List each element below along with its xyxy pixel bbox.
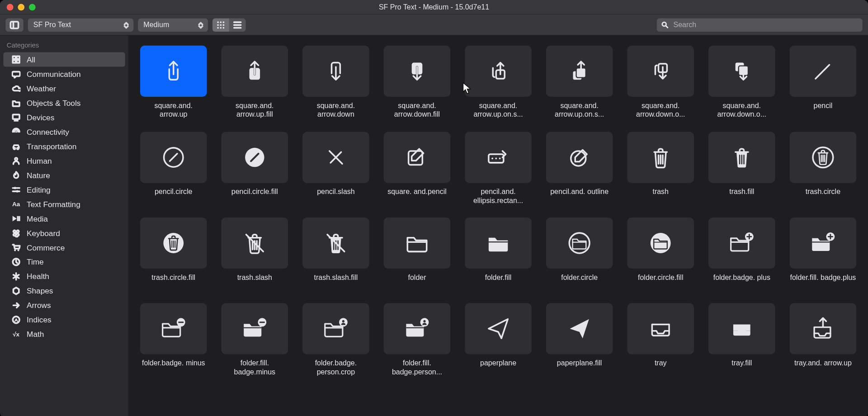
sidebar-item-commerce[interactable]: Commerce bbox=[3, 240, 125, 255]
sidebar-item-health[interactable]: Health bbox=[3, 269, 125, 284]
list-view-button[interactable] bbox=[229, 18, 246, 32]
symbol-tile[interactable]: tray bbox=[627, 303, 694, 377]
symbol-label: square.and. arrow.up.on.s... bbox=[546, 101, 613, 119]
sidebar-item-objects-tools[interactable]: Objects & Tools bbox=[3, 96, 125, 110]
sidebar-item-label: Keyboard bbox=[27, 229, 60, 238]
sidebar-item-editing[interactable]: Editing bbox=[3, 182, 125, 197]
folder_badge_plus-icon bbox=[708, 217, 775, 269]
sidebar-item-arrows[interactable]: Arrows bbox=[3, 298, 125, 312]
grid-view-button[interactable] bbox=[212, 18, 229, 32]
symbol-tile[interactable]: folder.fill. badge.person... bbox=[384, 303, 451, 377]
sidebar-item-indices[interactable]: Indices bbox=[3, 312, 125, 327]
sidebar-item-weather[interactable]: Weather bbox=[3, 81, 125, 96]
toggle-sidebar-button[interactable] bbox=[5, 18, 23, 32]
flame-icon bbox=[11, 171, 21, 180]
sidebar-item-label: Editing bbox=[27, 185, 51, 194]
sidebar-item-devices[interactable]: Devices bbox=[3, 110, 125, 125]
symbol-tile[interactable]: paperplane bbox=[465, 303, 532, 377]
minimize-button[interactable] bbox=[18, 4, 24, 10]
sidebar-item-nature[interactable]: Nature bbox=[3, 168, 125, 182]
sq_arrow_down_fill-icon bbox=[384, 46, 451, 97]
sidebar-item-label: Arrows bbox=[27, 301, 51, 310]
symbol-tile[interactable]: square.and. arrow.up.on.s... bbox=[546, 46, 613, 119]
symbol-tile[interactable]: square.and. arrow.down.o... bbox=[627, 46, 694, 119]
titlebar: SF Pro Text - Medium - 15.0d7e11 bbox=[0, 0, 868, 14]
sidebar-item-shapes[interactable]: Shapes bbox=[3, 284, 125, 298]
bubble-icon bbox=[11, 70, 21, 79]
square_and_pencil-icon bbox=[384, 132, 451, 183]
symbol-tile[interactable]: folder bbox=[384, 217, 451, 291]
symbol-tile[interactable]: square.and. arrow.up.on.s... bbox=[465, 46, 532, 119]
symbol-tile[interactable]: folder.badge. person.crop bbox=[302, 303, 369, 377]
symbol-tile[interactable]: trash.fill bbox=[708, 132, 775, 205]
sq_arrow_down_on_sq_fill-icon bbox=[708, 46, 775, 97]
sidebar-item-label: Time bbox=[27, 257, 44, 266]
sidebar-item-transportation[interactable]: Transportation bbox=[3, 139, 125, 154]
symbol-tile[interactable]: pencil bbox=[790, 46, 857, 119]
symbol-tile[interactable]: square.and. arrow.up.fill bbox=[222, 46, 288, 119]
close-button[interactable] bbox=[7, 4, 14, 10]
weight-select[interactable]: Medium bbox=[138, 18, 208, 32]
symbol-label: folder.fill. badge.plus bbox=[790, 273, 856, 291]
symbol-tile[interactable]: trash.slash.fill bbox=[302, 217, 369, 291]
symbol-tile[interactable]: tray.fill bbox=[708, 303, 775, 377]
symbol-tile[interactable]: pencil.and. outline bbox=[546, 132, 613, 205]
symbol-tile[interactable]: square.and. arrow.down.o... bbox=[708, 46, 775, 119]
symbol-label: pencil.and. outline bbox=[550, 187, 609, 205]
hex-icon bbox=[11, 286, 21, 295]
sidebar-item-label: Devices bbox=[27, 113, 54, 122]
symbol-tile[interactable]: folder.circle.fill bbox=[627, 217, 694, 291]
trash-icon bbox=[627, 132, 694, 183]
font-select[interactable]: SF Pro Text bbox=[28, 18, 134, 32]
symbol-label: folder.fill. badge.person... bbox=[384, 359, 451, 377]
sidebar-item-communication[interactable]: Communication bbox=[3, 67, 125, 81]
Aa-icon: Aa bbox=[11, 201, 21, 208]
symbol-tile[interactable]: trash.slash bbox=[222, 217, 288, 291]
sidebar: Categories AllCommunicationWeatherObject… bbox=[0, 36, 129, 416]
search-input[interactable] bbox=[672, 20, 858, 29]
symbol-tile[interactable]: square.and. arrow.down.fill bbox=[384, 46, 451, 119]
sidebar-icon bbox=[9, 20, 19, 30]
symbol-tile[interactable]: folder.fill bbox=[465, 217, 532, 291]
zoom-button[interactable] bbox=[29, 4, 36, 10]
folder-icon bbox=[384, 217, 451, 269]
symbol-tile[interactable]: folder.badge. plus bbox=[708, 217, 775, 291]
folder_circle_fill-icon bbox=[627, 217, 694, 269]
symbol-tile[interactable]: pencil.circle bbox=[140, 132, 207, 205]
symbol-tile[interactable]: square.and. arrow.down bbox=[302, 46, 369, 119]
symbol-tile[interactable]: folder.fill. badge.plus bbox=[790, 217, 857, 291]
sidebar-item-media[interactable]: Media bbox=[3, 211, 125, 226]
sidebar-item-time[interactable]: Time bbox=[3, 255, 125, 269]
symbol-tile[interactable]: pencil.slash bbox=[302, 132, 369, 205]
symbol-label: folder.fill. badge.minus bbox=[222, 359, 288, 377]
symbol-label: paperplane.fill bbox=[557, 359, 602, 376]
symbol-tile[interactable]: square.and. arrow.up bbox=[140, 46, 207, 119]
sidebar-item-text-formatting[interactable]: AaText Formatting bbox=[3, 197, 125, 211]
symbol-tile[interactable]: square. and.pencil bbox=[384, 132, 451, 205]
symbol-label: tray bbox=[655, 359, 667, 376]
symbol-tile[interactable]: trash.circle.fill bbox=[140, 217, 207, 291]
sidebar-item-keyboard[interactable]: Keyboard bbox=[3, 226, 125, 240]
symbol-label: folder.badge. minus bbox=[142, 359, 205, 376]
sidebar-item-all[interactable]: All bbox=[3, 52, 125, 67]
symbol-tile[interactable]: folder.badge. minus bbox=[140, 303, 207, 377]
toolbar: SF Pro Text Medium bbox=[0, 14, 868, 36]
symbol-tile[interactable]: folder.fill. badge.minus bbox=[222, 303, 288, 377]
sidebar-item-label: Text Formatting bbox=[27, 200, 80, 209]
symbol-tile[interactable]: pencil.and. ellipsis.rectan... bbox=[465, 132, 532, 205]
search-field[interactable] bbox=[657, 18, 863, 32]
symbol-tile[interactable]: trash bbox=[627, 132, 694, 205]
symbol-tile[interactable]: folder.circle bbox=[546, 217, 613, 291]
sidebar-item-label: Weather bbox=[27, 84, 56, 93]
symbol-tile[interactable]: tray.and. arrow.up bbox=[790, 303, 857, 377]
symbol-label: trash.slash.fill bbox=[314, 273, 358, 291]
symbol-tile[interactable]: trash.circle bbox=[790, 132, 857, 205]
symbol-tile[interactable]: paperplane.fill bbox=[546, 303, 613, 377]
sidebar-item-connectivity[interactable]: Connectivity bbox=[3, 125, 125, 139]
sidebar-item-human[interactable]: Human bbox=[3, 153, 125, 168]
sidebar-item-math[interactable]: √xMath bbox=[3, 327, 125, 341]
pencil_slash-icon bbox=[302, 132, 369, 183]
search-icon bbox=[661, 21, 669, 28]
display-icon bbox=[11, 113, 21, 122]
symbol-tile[interactable]: pencil.circle.fill bbox=[222, 132, 288, 205]
